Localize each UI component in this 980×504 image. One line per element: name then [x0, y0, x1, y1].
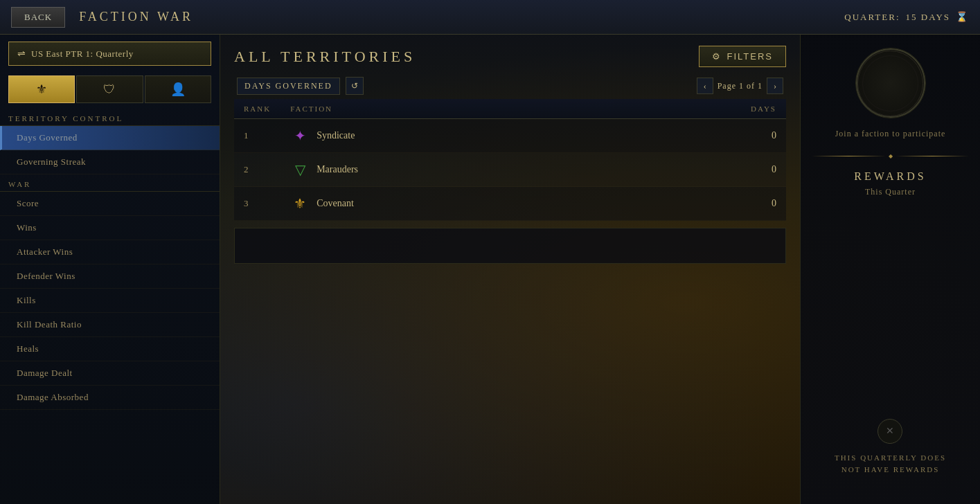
emblem-circle	[857, 51, 923, 116]
rewards-subtitle: This Quarter	[865, 187, 916, 197]
syndicate-icon: ✦	[290, 126, 310, 145]
emblem-circle-inner	[862, 55, 918, 111]
days-1: 0	[614, 119, 786, 153]
faction-cell-3: ⚜ Covenant	[280, 187, 614, 221]
col-rank: RANK	[234, 99, 280, 119]
app-header: Back FACTION WAR QUARTER: 15 days ⌛	[0, 0, 980, 35]
sidebar-item-wins[interactable]: Wins	[0, 216, 220, 240]
divider-diamond: ◆	[889, 153, 893, 159]
table-container: DAYS GOVERNED ↺ ‹ Page 1 of 1 › RANK FAC…	[234, 77, 786, 493]
no-rewards-icon: ✕	[877, 419, 902, 444]
days-3: 0	[614, 187, 786, 221]
syndicate-name: Syndicate	[317, 130, 355, 141]
divider: ◆	[812, 153, 969, 159]
tab-group: ⚜ 🛡 👤	[8, 75, 211, 103]
faction-emblem	[856, 48, 925, 118]
sidebar-item-defender-wins[interactable]: Defender Wins	[0, 264, 220, 289]
table-header: RANK FACTION DAYS	[234, 99, 786, 119]
sidebar-item-kills[interactable]: Kills	[0, 289, 220, 313]
quarter-info: QUARTER: 15 days ⌛	[844, 11, 969, 23]
table-row[interactable]: 3 ⚜ Covenant 0	[234, 187, 786, 221]
table-controls: DAYS GOVERNED ↺ ‹ Page 1 of 1 ›	[234, 77, 786, 95]
territory-section-label: TERRITORY CONTROL	[0, 109, 220, 126]
faction-cell-1: ✦ Syndicate	[280, 119, 614, 153]
right-panel: Join a faction to participate ◆ REWARDS …	[800, 35, 980, 504]
faction-table: RANK FACTION DAYS 1 ✦ Syndicate	[234, 99, 786, 221]
content-header: ALL TERRITORIES ⚙ Filters	[234, 46, 786, 67]
faction-tab-icon: ⚜	[36, 82, 47, 97]
server-name: US East PTR 1: Quarterly	[31, 48, 134, 60]
shield-tab-icon: 🛡	[103, 82, 116, 97]
divider-line-right	[896, 156, 970, 156]
covenant-icon: ⚜	[290, 194, 310, 213]
next-page-button[interactable]: ›	[767, 78, 783, 94]
sidebar-item-attacker-wins[interactable]: Attacker Wins	[0, 240, 220, 264]
content-title: ALL TERRITORIES	[234, 48, 416, 66]
sidebar-item-damage-absorbed[interactable]: Damage Absorbed	[0, 386, 220, 410]
rewards-title: REWARDS	[854, 170, 926, 183]
quarter-label: QUARTER:	[844, 12, 900, 23]
table-row[interactable]: 2 ▽ Marauders 0	[234, 153, 786, 187]
back-button[interactable]: Back	[11, 7, 65, 28]
marauders-name: Marauders	[317, 164, 358, 175]
sort-label: DAYS GOVERNED	[237, 78, 340, 95]
server-selector-icon: ⇌	[17, 48, 26, 60]
quarter-value: 15 days	[906, 12, 950, 23]
divider-line-left	[812, 156, 886, 156]
join-faction-text: Join a faction to participate	[835, 129, 946, 139]
sidebar-item-damage-dealt[interactable]: Damage Dealt	[0, 361, 220, 386]
war-section-label: WAR	[0, 174, 220, 192]
tab-shield[interactable]: 🛡	[76, 75, 143, 103]
sidebar: ⇌ US East PTR 1: Quarterly ⚜ 🛡 👤 TERRITO…	[0, 35, 220, 504]
filters-label: Filters	[727, 51, 774, 62]
page-text: Page 1 of 1	[718, 81, 763, 91]
tab-person[interactable]: 👤	[145, 75, 211, 103]
filters-button[interactable]: ⚙ Filters	[699, 46, 787, 67]
table-row[interactable]: 1 ✦ Syndicate 0	[234, 119, 786, 153]
rank-3: 3	[234, 187, 280, 221]
sidebar-item-heals[interactable]: Heals	[0, 337, 220, 361]
no-rewards-text: THIS QUARTERLY DOES NOT HAVE REWARDS	[835, 452, 946, 476]
pagination: ‹ Page 1 of 1 ›	[697, 78, 783, 94]
rank-1: 1	[234, 119, 280, 153]
person-tab-icon: 👤	[170, 82, 186, 97]
days-2: 0	[614, 153, 786, 187]
prev-page-button[interactable]: ‹	[697, 78, 713, 94]
marauders-icon: ▽	[290, 160, 310, 179]
bottom-input-area[interactable]	[234, 228, 786, 264]
server-selector[interactable]: ⇌ US East PTR 1: Quarterly	[8, 42, 211, 66]
rank-2: 2	[234, 153, 280, 187]
sidebar-item-kill-death-ratio[interactable]: Kill Death Ratio	[0, 313, 220, 337]
refresh-button[interactable]: ↺	[346, 77, 364, 95]
filter-icon: ⚙	[712, 51, 722, 62]
col-days: DAYS	[614, 99, 786, 119]
sidebar-item-score[interactable]: Score	[0, 192, 220, 216]
covenant-name: Covenant	[317, 198, 354, 209]
faction-cell-2: ▽ Marauders	[280, 153, 614, 187]
main-layout: ⇌ US East PTR 1: Quarterly ⚜ 🛡 👤 TERRITO…	[0, 35, 980, 504]
sidebar-item-days-governed[interactable]: Days Governed	[0, 126, 220, 150]
content-area: ALL TERRITORIES ⚙ Filters DAYS GOVERNED …	[220, 35, 800, 504]
sidebar-item-governing-streak[interactable]: Governing Streak	[0, 150, 220, 174]
tab-faction[interactable]: ⚜	[8, 75, 75, 103]
col-faction: FACTION	[280, 99, 614, 119]
hourglass-icon: ⌛	[956, 11, 969, 23]
page-title: FACTION WAR	[79, 10, 193, 24]
